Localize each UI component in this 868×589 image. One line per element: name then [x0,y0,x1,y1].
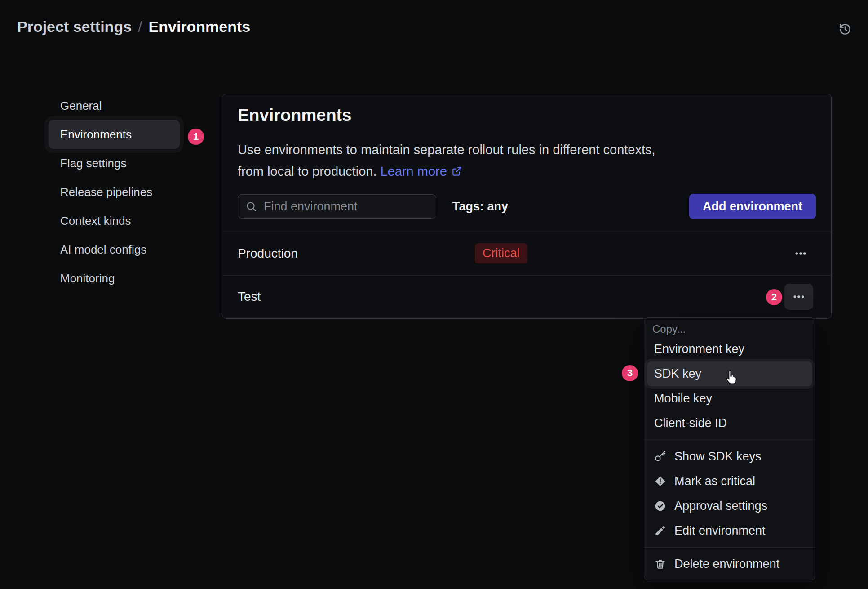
menu-item-label: Approval settings [674,499,767,513]
environment-name: Production [238,246,475,261]
test-overflow-button[interactable] [784,284,813,310]
menu-item-client-side-id[interactable]: Client-side ID [644,411,815,436]
menu-item-label: Delete environment [674,557,779,571]
sidebar-item-label: Environments [60,128,132,142]
panel-description: Use environments to maintain separate ro… [238,139,669,182]
environments-panel: Environments Use environments to maintai… [222,94,832,319]
sidebar-item-label: Flag settings [60,156,126,170]
diamond-exclamation-icon [654,475,666,487]
menu-item-label: Show SDK keys [674,450,762,464]
menu-item-label: Edit environment [674,524,766,538]
breadcrumb-current: Environments [149,18,251,35]
sidebar-item-general[interactable]: General [49,91,180,120]
menu-item-mobile-key[interactable]: Mobile key [644,386,815,411]
search-icon [245,201,257,212]
menu-item-label: Mobile key [654,392,712,406]
trash-icon [654,558,666,570]
environment-context-menu: Copy... Environment key SDK key Mobile k… [644,317,815,580]
pencil-icon [654,525,666,537]
learn-more-link[interactable]: Learn more [381,164,463,178]
menu-item-show-sdk-keys[interactable]: Show SDK keys [644,444,815,469]
environment-name: Test [238,290,475,304]
menu-item-mark-as-critical[interactable]: Mark as critical [644,469,815,494]
sidebar-item-context-kinds[interactable]: Context kinds [49,206,180,235]
environments-toolbar: Tags: any Add environment [238,194,816,219]
menu-divider [644,440,815,440]
menu-section-copy: Copy... [644,321,815,337]
step-badge-2: 2 [766,289,782,305]
menu-item-environment-key[interactable]: Environment key [644,337,815,361]
sidebar-item-ai-model-configs[interactable]: AI model configs [49,235,180,264]
sidebar-item-label: Monitoring [60,272,115,286]
breadcrumb-separator: / [138,18,142,35]
menu-item-label: SDK key [654,367,701,381]
step-badge-3: 3 [622,365,638,381]
menu-item-label: Mark as critical [674,474,755,488]
ellipsis-icon [794,247,807,260]
panel-title: Environments [238,106,351,125]
environment-list: Production Critical Test [222,232,831,318]
history-icon [838,22,852,36]
environment-row-test[interactable]: Test [222,275,831,319]
sidebar-item-label: Release pipelines [60,185,152,199]
production-overflow-button[interactable] [788,244,813,263]
critical-badge: Critical [475,243,527,263]
sidebar-item-label: General [60,99,102,113]
menu-item-approval-settings[interactable]: Approval settings [644,494,815,518]
menu-item-edit-environment[interactable]: Edit environment [644,518,815,543]
ellipsis-icon [792,290,806,303]
environment-row-production[interactable]: Production Critical [222,232,831,275]
menu-item-label: Environment key [654,342,744,356]
page: { "breadcrumb": { "section": "Project se… [0,0,868,589]
sidebar-item-environments[interactable]: Environments [49,120,180,149]
sidebar-item-release-pipelines[interactable]: Release pipelines [49,178,180,206]
search-input[interactable] [263,199,429,214]
sidebar-item-label: Context kinds [60,214,131,228]
settings-sidebar: General Environments Flag settings Relea… [49,91,180,293]
menu-divider [644,547,815,548]
sidebar-item-flag-settings[interactable]: Flag settings [49,149,180,178]
menu-item-label: Client-side ID [654,416,727,430]
history-button[interactable] [835,19,855,40]
breadcrumb-project-settings[interactable]: Project settings [17,18,132,35]
key-icon [654,451,666,463]
external-link-icon [451,165,463,177]
sidebar-item-label: AI model configs [60,243,146,257]
environment-search[interactable] [238,194,436,219]
add-environment-button[interactable]: Add environment [689,194,816,219]
tags-filter[interactable]: Tags: any [452,200,508,214]
breadcrumb: Project settings/Environments [17,18,250,36]
menu-item-sdk-key[interactable]: SDK key [647,361,812,386]
badge-check-icon [654,500,666,512]
sidebar-item-monitoring[interactable]: Monitoring [49,264,180,293]
step-badge-1: 1 [188,129,204,145]
menu-item-delete-environment[interactable]: Delete environment [644,552,815,576]
